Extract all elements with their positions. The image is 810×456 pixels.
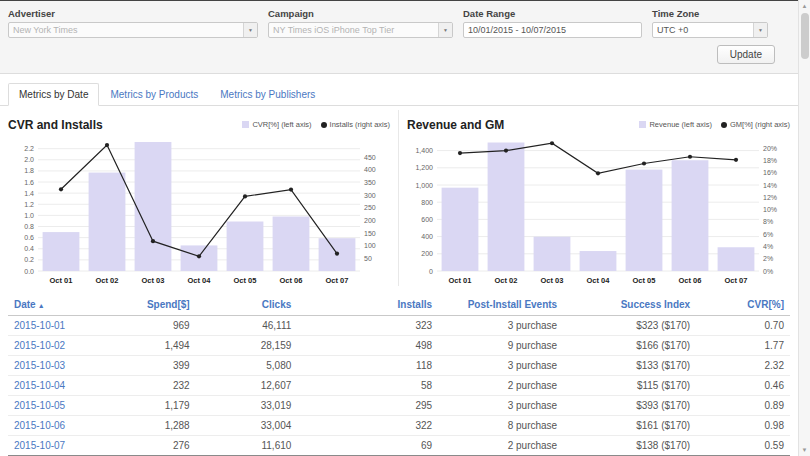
column-header-post-install-events[interactable]: Post-Install Events <box>438 294 563 316</box>
x-axis-label: Oct 03 <box>142 276 165 285</box>
tab-metrics-by-products[interactable]: Metrics by Products <box>99 83 209 106</box>
date-link[interactable]: 2015-10-06 <box>8 416 102 436</box>
right-axis-tick: 450 <box>364 154 376 161</box>
table-cell: 295 <box>297 396 438 416</box>
legend-label: Installs (right axis) <box>330 120 390 129</box>
date-range-filter: Date Range <box>463 8 642 38</box>
filters-row: Advertiser New York Times ▼ Campaign NY … <box>8 8 802 38</box>
x-axis-label: Oct 07 <box>725 276 748 285</box>
table-cell: 0.46 <box>696 376 790 396</box>
left-axis-tick: 1,400 <box>415 147 433 154</box>
bar <box>43 232 80 271</box>
column-header-success-index[interactable]: Success Index <box>563 294 696 316</box>
time-zone-select[interactable]: UTC +0 ▼ <box>652 22 768 38</box>
scroll-down-icon[interactable]: ▼ <box>799 444 810 456</box>
scrollbar-thumb[interactable] <box>801 13 809 59</box>
update-button[interactable]: Update <box>717 45 775 64</box>
table-cell: 276 <box>102 436 196 456</box>
table-cell: 11,610 <box>196 436 298 456</box>
revenue-gm-chart: 02004006008001,0001,2001,4000%2%4%6%8%10… <box>407 134 789 286</box>
advertiser-select[interactable]: New York Times ▼ <box>8 22 258 38</box>
table-cell: $133 ($170) <box>563 356 696 376</box>
date-link[interactable]: 2015-10-03 <box>8 356 102 376</box>
column-header-installs[interactable]: Installs <box>297 294 438 316</box>
column-header-label: Success Index <box>621 299 690 310</box>
legend-bar-swatch <box>242 121 249 128</box>
table-cell: 3 purchase <box>438 356 563 376</box>
x-axis-label: Oct 02 <box>495 276 518 285</box>
x-axis-label: Oct 04 <box>587 276 611 285</box>
left-axis-tick: 0.8 <box>24 223 34 230</box>
line-point <box>197 254 201 258</box>
bar <box>89 173 126 271</box>
filter-bar: Advertiser New York Times ▼ Campaign NY … <box>0 1 810 74</box>
column-header-label: Installs <box>398 299 432 310</box>
x-axis-label: Oct 05 <box>234 276 257 285</box>
chevron-down-icon: ▼ <box>753 23 767 37</box>
x-axis-label: Oct 05 <box>633 276 656 285</box>
date-link[interactable]: 2015-10-01 <box>8 316 102 336</box>
x-axis-label: Oct 06 <box>280 276 303 285</box>
left-axis-tick: 1,200 <box>415 164 433 171</box>
left-axis-tick: 0.4 <box>24 245 34 252</box>
left-axis-tick: 1.4 <box>24 190 34 197</box>
table-cell: 2 purchase <box>438 376 563 396</box>
table-cell: 3 purchase <box>438 316 563 336</box>
line-point <box>504 149 508 153</box>
table-row: 2015-10-021,49428,1594989 purchase$166 (… <box>8 336 790 356</box>
analytics-dashboard: Advertiser New York Times ▼ Campaign NY … <box>0 1 810 456</box>
table-cell: 58 <box>297 376 438 396</box>
table-cell: 69 <box>297 436 438 456</box>
right-axis-tick: 18% <box>763 157 777 164</box>
left-axis-tick: 2.2 <box>24 145 34 152</box>
legend-bar-swatch <box>639 121 646 128</box>
column-header-date[interactable]: Date▲ <box>8 294 102 316</box>
column-header-cvr[interactable]: CVR[%] <box>696 294 790 316</box>
column-header-spend[interactable]: Spend[$] <box>102 294 196 316</box>
right-axis-tick: 6% <box>763 231 773 238</box>
sort-asc-icon: ▲ <box>38 302 45 309</box>
line-point <box>596 171 600 175</box>
right-axis-tick: 10% <box>763 206 777 213</box>
chart-legend: CVR[%] (left axis)Installs (right axis) <box>242 118 390 129</box>
x-axis-label: Oct 02 <box>96 276 119 285</box>
table-cell: 12,607 <box>196 376 298 396</box>
vertical-scrollbar[interactable]: ▲ ▼ <box>798 0 810 456</box>
table-cell: $393 ($170) <box>563 396 696 416</box>
tab-metrics-by-publishers[interactable]: Metrics by Publishers <box>209 83 326 106</box>
advertiser-value: New York Times <box>9 25 243 35</box>
campaign-select[interactable]: NY Times iOS iPhone Top Tier ▼ <box>268 22 453 38</box>
right-axis-tick: 20% <box>763 145 777 152</box>
update-row: Update <box>8 38 802 64</box>
table-cell: 2.32 <box>696 356 790 376</box>
date-link[interactable]: 2015-10-07 <box>8 436 102 456</box>
bar <box>534 237 571 271</box>
table-cell: 0.89 <box>696 396 790 416</box>
date-link[interactable]: 2015-10-05 <box>8 396 102 416</box>
tab-metrics-by-date[interactable]: Metrics by Date <box>8 83 99 106</box>
x-axis-label: Oct 03 <box>541 276 564 285</box>
line-point <box>642 161 646 165</box>
date-link[interactable]: 2015-10-04 <box>8 376 102 396</box>
campaign-value: NY Times iOS iPhone Top Tier <box>269 25 438 35</box>
table-cell: 33,019 <box>196 396 298 416</box>
legend-label: CVR[%] (left axis) <box>252 120 311 129</box>
date-link[interactable]: 2015-10-02 <box>8 336 102 356</box>
right-axis-tick: 14% <box>763 182 777 189</box>
table-cell: $161 ($170) <box>563 416 696 436</box>
legend-dot-swatch <box>321 122 327 128</box>
column-header-clicks[interactable]: Clicks <box>196 294 298 316</box>
date-range-input[interactable] <box>463 22 642 38</box>
scroll-up-icon[interactable]: ▲ <box>799 0 810 12</box>
right-axis-tick: 4% <box>763 243 773 250</box>
column-header-label: Post-Install Events <box>468 299 557 310</box>
chevron-down-icon: ▼ <box>438 23 452 37</box>
bar <box>718 247 755 271</box>
table-row: 2015-10-0196946,1113233 purchase$323 ($1… <box>8 316 790 336</box>
right-axis-tick: 50 <box>364 255 372 262</box>
right-axis-tick: 12% <box>763 194 777 201</box>
table-cell: 3 purchase <box>438 396 563 416</box>
table-cell: 2 purchase <box>438 436 563 456</box>
metrics-table-wrap: Date▲Spend[$]ClicksInstallsPost-Install … <box>0 286 810 456</box>
chart-panel-revenue-gm: Revenue and GM Revenue (left axis)GM[%] … <box>399 110 798 286</box>
